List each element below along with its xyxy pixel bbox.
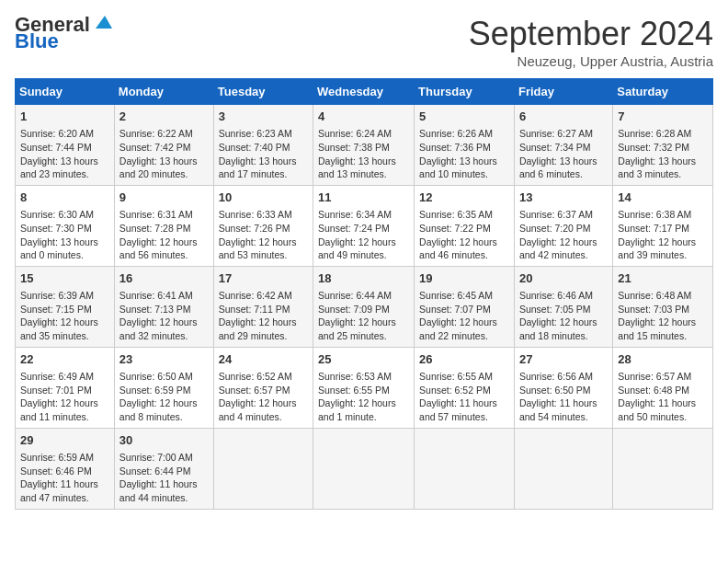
- week-row-5: 29Sunrise: 6:59 AM Sunset: 6:46 PM Dayli…: [16, 428, 713, 509]
- calendar-cell: 10Sunrise: 6:33 AM Sunset: 7:26 PM Dayli…: [213, 185, 313, 266]
- day-info: Sunrise: 6:38 AM Sunset: 7:17 PM Dayligh…: [618, 208, 708, 262]
- day-info: Sunrise: 6:53 AM Sunset: 6:55 PM Dayligh…: [318, 370, 409, 424]
- calendar-cell: 25Sunrise: 6:53 AM Sunset: 6:55 PM Dayli…: [313, 347, 415, 428]
- calendar-cell: 7Sunrise: 6:28 AM Sunset: 7:32 PM Daylig…: [613, 105, 713, 186]
- day-info: Sunrise: 6:49 AM Sunset: 7:01 PM Dayligh…: [20, 370, 109, 424]
- day-info: Sunrise: 6:52 AM Sunset: 6:57 PM Dayligh…: [219, 370, 308, 424]
- calendar-cell: 26Sunrise: 6:55 AM Sunset: 6:52 PM Dayli…: [415, 347, 515, 428]
- logo: General Blue: [15, 15, 112, 52]
- day-info: Sunrise: 6:57 AM Sunset: 6:48 PM Dayligh…: [618, 370, 708, 424]
- day-info: Sunrise: 6:33 AM Sunset: 7:26 PM Dayligh…: [219, 208, 308, 262]
- weekday-header-wednesday: Wednesday: [313, 79, 415, 105]
- day-number: 27: [519, 351, 608, 368]
- weekday-header-tuesday: Tuesday: [213, 79, 313, 105]
- calendar-cell: 2Sunrise: 6:22 AM Sunset: 7:42 PM Daylig…: [114, 105, 213, 186]
- calendar-cell: 21Sunrise: 6:48 AM Sunset: 7:03 PM Dayli…: [613, 266, 713, 347]
- day-info: Sunrise: 6:44 AM Sunset: 7:09 PM Dayligh…: [318, 289, 409, 343]
- day-info: Sunrise: 6:56 AM Sunset: 6:50 PM Dayligh…: [519, 370, 608, 424]
- day-number: 7: [618, 109, 708, 125]
- day-info: Sunrise: 6:46 AM Sunset: 7:05 PM Dayligh…: [519, 289, 608, 343]
- day-info: Sunrise: 6:59 AM Sunset: 6:46 PM Dayligh…: [20, 451, 109, 505]
- calendar-cell: 28Sunrise: 6:57 AM Sunset: 6:48 PM Dayli…: [613, 347, 713, 428]
- calendar-cell: 5Sunrise: 6:26 AM Sunset: 7:36 PM Daylig…: [415, 105, 515, 186]
- calendar-cell: 22Sunrise: 6:49 AM Sunset: 7:01 PM Dayli…: [16, 347, 115, 428]
- logo-icon: [92, 12, 112, 32]
- week-row-2: 8Sunrise: 6:30 AM Sunset: 7:30 PM Daylig…: [16, 185, 713, 266]
- day-info: Sunrise: 7:00 AM Sunset: 6:44 PM Dayligh…: [119, 451, 209, 505]
- day-info: Sunrise: 6:45 AM Sunset: 7:07 PM Dayligh…: [419, 289, 509, 343]
- day-number: 15: [20, 270, 109, 287]
- day-number: 26: [419, 351, 509, 368]
- day-info: Sunrise: 6:35 AM Sunset: 7:22 PM Dayligh…: [419, 208, 509, 262]
- day-number: 2: [119, 109, 209, 125]
- day-number: 11: [318, 190, 409, 206]
- calendar-cell: 17Sunrise: 6:42 AM Sunset: 7:11 PM Dayli…: [213, 266, 313, 347]
- weekday-header-thursday: Thursday: [415, 79, 515, 105]
- calendar-cell: [313, 428, 415, 509]
- day-number: 14: [618, 190, 708, 206]
- day-number: 5: [419, 109, 509, 125]
- day-number: 16: [119, 270, 209, 287]
- day-info: Sunrise: 6:26 AM Sunset: 7:36 PM Dayligh…: [419, 127, 509, 181]
- calendar-cell: [415, 428, 515, 509]
- week-row-3: 15Sunrise: 6:39 AM Sunset: 7:15 PM Dayli…: [16, 266, 713, 347]
- day-info: Sunrise: 6:55 AM Sunset: 6:52 PM Dayligh…: [419, 370, 509, 424]
- title-block: September 2024 Neuzeug, Upper Austria, A…: [469, 15, 713, 69]
- day-number: 10: [219, 190, 308, 206]
- weekday-header-friday: Friday: [514, 79, 612, 105]
- calendar-cell: 23Sunrise: 6:50 AM Sunset: 6:59 PM Dayli…: [114, 347, 213, 428]
- week-row-1: 1Sunrise: 6:20 AM Sunset: 7:44 PM Daylig…: [16, 105, 713, 186]
- calendar-cell: 6Sunrise: 6:27 AM Sunset: 7:34 PM Daylig…: [514, 105, 612, 186]
- day-number: 9: [119, 190, 209, 206]
- weekday-header-monday: Monday: [114, 79, 213, 105]
- calendar-cell: 19Sunrise: 6:45 AM Sunset: 7:07 PM Dayli…: [415, 266, 515, 347]
- day-number: 23: [119, 351, 209, 368]
- day-info: Sunrise: 6:50 AM Sunset: 6:59 PM Dayligh…: [119, 370, 209, 424]
- weekday-header-row: SundayMondayTuesdayWednesdayThursdayFrid…: [16, 79, 713, 105]
- day-number: 4: [318, 109, 409, 125]
- day-info: Sunrise: 6:27 AM Sunset: 7:34 PM Dayligh…: [519, 127, 608, 181]
- calendar-cell: 8Sunrise: 6:30 AM Sunset: 7:30 PM Daylig…: [16, 185, 115, 266]
- calendar-cell: 15Sunrise: 6:39 AM Sunset: 7:15 PM Dayli…: [16, 266, 115, 347]
- weekday-header-sunday: Sunday: [16, 79, 115, 105]
- calendar-cell: [613, 428, 713, 509]
- svg-marker-0: [96, 16, 112, 29]
- calendar-cell: 27Sunrise: 6:56 AM Sunset: 6:50 PM Dayli…: [514, 347, 612, 428]
- day-number: 21: [618, 270, 708, 287]
- calendar-cell: 9Sunrise: 6:31 AM Sunset: 7:28 PM Daylig…: [114, 185, 213, 266]
- logo-blue-text: Blue: [15, 31, 59, 52]
- day-number: 28: [618, 351, 708, 368]
- week-row-4: 22Sunrise: 6:49 AM Sunset: 7:01 PM Dayli…: [16, 347, 713, 428]
- calendar-table: SundayMondayTuesdayWednesdayThursdayFrid…: [15, 78, 713, 510]
- calendar-cell: 14Sunrise: 6:38 AM Sunset: 7:17 PM Dayli…: [613, 185, 713, 266]
- day-info: Sunrise: 6:42 AM Sunset: 7:11 PM Dayligh…: [219, 289, 308, 343]
- day-info: Sunrise: 6:39 AM Sunset: 7:15 PM Dayligh…: [20, 289, 109, 343]
- calendar-cell: 20Sunrise: 6:46 AM Sunset: 7:05 PM Dayli…: [514, 266, 612, 347]
- day-number: 3: [219, 109, 308, 125]
- day-number: 1: [20, 109, 109, 125]
- day-number: 12: [419, 190, 509, 206]
- day-info: Sunrise: 6:37 AM Sunset: 7:20 PM Dayligh…: [519, 208, 608, 262]
- calendar-cell: 30Sunrise: 7:00 AM Sunset: 6:44 PM Dayli…: [114, 428, 213, 509]
- day-info: Sunrise: 6:23 AM Sunset: 7:40 PM Dayligh…: [219, 127, 308, 181]
- calendar-cell: 18Sunrise: 6:44 AM Sunset: 7:09 PM Dayli…: [313, 266, 415, 347]
- calendar-cell: 29Sunrise: 6:59 AM Sunset: 6:46 PM Dayli…: [16, 428, 115, 509]
- day-info: Sunrise: 6:22 AM Sunset: 7:42 PM Dayligh…: [119, 127, 209, 181]
- day-info: Sunrise: 6:41 AM Sunset: 7:13 PM Dayligh…: [119, 289, 209, 343]
- calendar-cell: 3Sunrise: 6:23 AM Sunset: 7:40 PM Daylig…: [213, 105, 313, 186]
- day-number: 17: [219, 270, 308, 287]
- day-number: 30: [119, 432, 209, 449]
- calendar-cell: 11Sunrise: 6:34 AM Sunset: 7:24 PM Dayli…: [313, 185, 415, 266]
- calendar-cell: 12Sunrise: 6:35 AM Sunset: 7:22 PM Dayli…: [415, 185, 515, 266]
- calendar-cell: [213, 428, 313, 509]
- day-info: Sunrise: 6:34 AM Sunset: 7:24 PM Dayligh…: [318, 208, 409, 262]
- day-info: Sunrise: 6:48 AM Sunset: 7:03 PM Dayligh…: [618, 289, 708, 343]
- calendar-cell: 1Sunrise: 6:20 AM Sunset: 7:44 PM Daylig…: [16, 105, 115, 186]
- day-number: 24: [219, 351, 308, 368]
- page-header: General Blue September 2024 Neuzeug, Upp…: [15, 15, 713, 69]
- day-info: Sunrise: 6:20 AM Sunset: 7:44 PM Dayligh…: [20, 127, 109, 181]
- month-title: September 2024: [469, 15, 713, 53]
- calendar-cell: 24Sunrise: 6:52 AM Sunset: 6:57 PM Dayli…: [213, 347, 313, 428]
- day-info: Sunrise: 6:24 AM Sunset: 7:38 PM Dayligh…: [318, 127, 409, 181]
- calendar-cell: 13Sunrise: 6:37 AM Sunset: 7:20 PM Dayli…: [514, 185, 612, 266]
